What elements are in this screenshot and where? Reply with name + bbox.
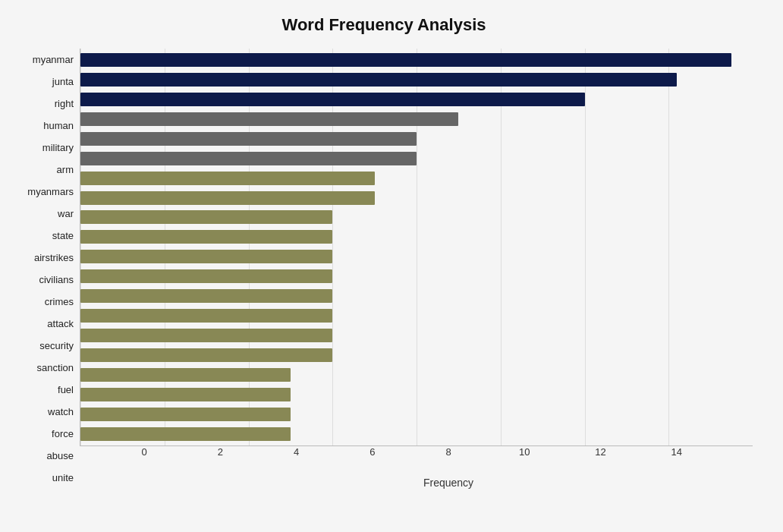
bar-row-abuse [80,405,753,423]
y-label-unite: unite [52,467,74,489]
y-label-myanmars: myanmars [27,181,74,203]
bar-row-human [80,109,753,128]
x-tick-6: 6 [369,446,375,458]
bar-row-right [80,90,753,109]
bottom-area: 02468101214 Frequency [144,446,753,489]
y-label-crimes: crimes [45,291,74,313]
bar-airstrikes [80,230,332,244]
y-label-military: military [42,137,74,159]
bar-right [80,93,585,106]
y-label-attack: attack [47,313,74,335]
y-label-arm: arm [57,159,74,181]
y-label-right: right [55,93,74,115]
x-tick-0: 0 [141,446,146,458]
x-axis-title: Frequency [144,477,753,489]
bar-row-civilians [80,247,753,266]
bar-junta [80,73,677,87]
y-axis-labels: myanmarjuntarighthumanmilitaryarmmyanmar… [15,49,80,489]
bar-row-arm [80,149,753,168]
bar-civilians [80,250,332,263]
bar-row-myanmar [80,51,753,70]
bar-myanmars [80,172,375,185]
y-label-junta: junta [52,71,74,93]
x-tick-2: 2 [218,446,223,458]
bar-force [80,388,291,401]
bar-row-force [80,386,753,405]
bar-watch [80,368,291,382]
y-label-fuel: fuel [58,379,74,401]
x-tick-12: 12 [595,446,605,458]
bar-crimes [80,269,332,283]
bar-attack [80,289,332,303]
bar-myanmar [80,53,731,67]
bar-arm [80,152,417,165]
bar-security [80,309,332,323]
bar-row-sanction [80,326,753,345]
x-tick-14: 14 [671,446,682,458]
bar-row-airstrikes [80,228,753,247]
bar-row-crimes [80,267,753,286]
chart-title: Word Frequency Analysis [15,15,753,35]
bar-row-state [80,208,753,227]
y-label-civilians: civilians [39,269,74,291]
bar-row-junta [80,71,753,90]
y-label-sanction: sanction [37,357,74,379]
chart-container: Word Frequency Analysis myanmarjuntarigh… [0,0,783,532]
bar-row-attack [80,287,753,306]
bar-military [80,132,417,146]
bar-row-myanmars [80,168,753,187]
bars-area [80,49,753,446]
chart-area: myanmarjuntarighthumanmilitaryarmmyanmar… [15,49,753,489]
y-label-airstrikes: airstrikes [34,247,74,269]
bar-fuel [80,348,332,362]
y-label-abuse: abuse [47,445,74,467]
y-label-human: human [43,115,74,137]
bar-human [80,112,458,126]
bar-row-watch [80,366,753,385]
y-label-security: security [39,335,74,357]
bar-sanction [80,329,332,342]
bar-unite [80,427,291,441]
y-label-watch: watch [48,401,74,423]
y-label-war: war [58,203,74,225]
bar-row-security [80,307,753,326]
y-label-state: state [52,225,74,247]
bar-row-fuel [80,346,753,365]
bar-state [80,210,332,224]
bar-row-military [80,129,753,148]
y-label-myanmar: myanmar [33,49,74,71]
bar-war [80,191,375,205]
bar-row-unite [80,424,753,443]
bar-row-war [80,188,753,207]
x-tick-10: 10 [519,446,530,458]
x-tick-8: 8 [445,446,451,458]
y-label-force: force [52,423,74,445]
bar-abuse [80,408,291,421]
x-tick-4: 4 [294,446,299,458]
